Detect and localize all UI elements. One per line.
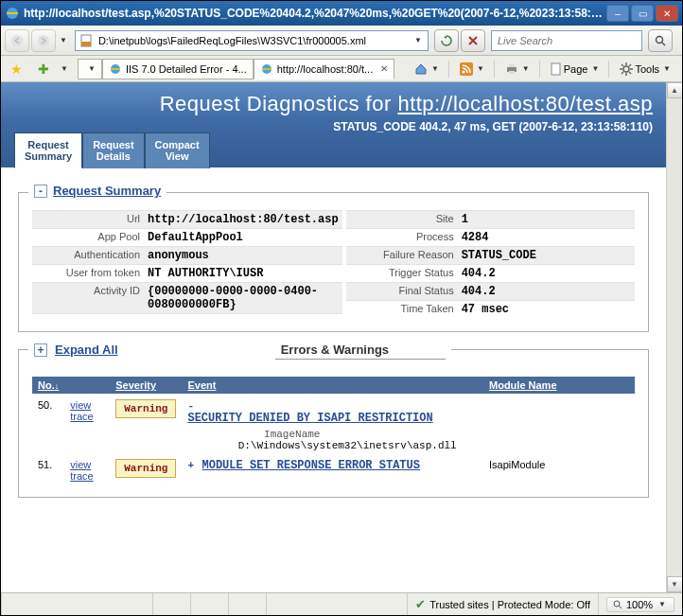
expand-row-button[interactable]: + (187, 460, 199, 471)
page-title: Request Diagnostics for http://localhost… (14, 92, 653, 116)
favorites-star-icon[interactable]: ★ (5, 62, 28, 77)
xml-file-icon (79, 34, 93, 47)
rss-icon (460, 62, 473, 76)
refresh-button[interactable] (434, 29, 459, 52)
vertical-scrollbar[interactable]: ▲ ▼ (666, 82, 682, 592)
module-name: IsapiModule (483, 455, 635, 484)
svg-point-1 (11, 35, 23, 46)
event-link[interactable]: SECURITY_DENIED_BY_ISAPI_RESTRICTION (187, 412, 432, 425)
collapse-summary-button[interactable]: - (34, 185, 47, 198)
page-menu[interactable]: Page▼ (545, 59, 607, 79)
refresh-icon (441, 35, 452, 46)
errors-warnings-panel: + Expand All Errors & Warnings No.↓ Seve… (18, 349, 649, 498)
tab-compact-view[interactable]: CompactView (145, 132, 210, 168)
stop-icon (468, 36, 478, 45)
address-input[interactable] (96, 34, 412, 47)
request-summary-panel: - Request Summary Urlhttp://localhost:80… (18, 192, 649, 332)
col-event[interactable]: Event (182, 377, 483, 396)
summary-process: 4284 (462, 231, 631, 244)
zoom-control[interactable]: 100% ▼ (598, 593, 682, 615)
svg-line-6 (662, 43, 665, 45)
view-trace-link[interactable]: view trace (70, 459, 93, 482)
summary-url: http://localhost:80/test.asp (148, 213, 339, 226)
view-trace-link[interactable]: view trace (70, 399, 93, 422)
svg-line-26 (629, 64, 631, 66)
browser-tabs-bar: ★ ✚ ▼ ▼ IIS 7.0 Detailed Error - 4... ht… (1, 56, 682, 82)
status-left (1, 593, 152, 615)
quick-tabs-button[interactable]: ▼ (78, 59, 102, 79)
col-module[interactable]: Module Name (483, 377, 635, 396)
page-content: Request Diagnostics for http://localhost… (1, 82, 666, 592)
home-button[interactable]: ▼ (409, 59, 447, 79)
collapse-row-button[interactable]: - (187, 400, 199, 412)
stop-button[interactable] (461, 29, 485, 52)
search-box[interactable] (491, 30, 642, 51)
forward-button[interactable] (31, 29, 56, 52)
diagnostics-header: Request Diagnostics for http://localhost… (1, 82, 666, 167)
add-favorite-icon[interactable]: ✚ (32, 62, 55, 77)
arrow-left-icon (10, 34, 24, 47)
browser-tab-label: IIS 7.0 Detailed Error - 4... (126, 63, 247, 75)
favorites-dropdown[interactable]: ▼ (59, 64, 70, 73)
browser-tab-1[interactable]: http://localhost:80/t... ✕ (254, 59, 395, 79)
severity-badge: Warning (115, 399, 176, 418)
module-name (483, 396, 635, 455)
shield-check-icon: ✔ (415, 597, 426, 611)
summary-site: 1 (462, 213, 631, 226)
row-no: 51. (32, 455, 64, 484)
window-minimize-button[interactable]: – (606, 5, 629, 22)
address-bar[interactable]: ▼ (75, 30, 429, 51)
page-menu-label: Page (564, 63, 588, 75)
event-detail: ImageName D:\Windows\system32\inetsrv\as… (225, 429, 478, 451)
tab-close-icon[interactable]: ✕ (380, 63, 388, 74)
browser-tab-label: http://localhost:80/t... (277, 63, 374, 75)
request-url-link[interactable]: http://localhost:80/test.asp (397, 92, 653, 115)
tools-menu[interactable]: Tools▼ (614, 59, 678, 79)
browser-tab-0[interactable]: IIS 7.0 Detailed Error - 4... (102, 59, 254, 79)
window-maximize-button[interactable]: ▭ (631, 5, 654, 22)
security-zone[interactable]: ✔ Trusted sites | Protected Mode: Off (407, 593, 598, 615)
search-icon (655, 35, 666, 46)
page-title-prefix: Request Diagnostics for (160, 92, 398, 115)
nav-history-dropdown[interactable]: ▼ (58, 36, 69, 44)
summary-activity-id: {00000000-0000-0000-0400-0080000000FB} (148, 285, 339, 311)
svg-point-2 (38, 35, 49, 46)
address-dropdown[interactable]: ▼ (412, 36, 424, 44)
table-row: 51. view trace Warning + MODULE_SET_RESP… (32, 455, 635, 484)
tab-request-details[interactable]: RequestDetails (82, 132, 144, 168)
expand-all-button[interactable]: + (34, 343, 47, 357)
summary-trigger-status: 404.2 (462, 267, 631, 280)
page-icon (551, 62, 562, 76)
window-close-button[interactable]: ✕ (656, 5, 678, 22)
scroll-down-button[interactable]: ▼ (667, 576, 683, 592)
gear-icon (620, 62, 633, 76)
request-summary-legend[interactable]: Request Summary (53, 184, 161, 198)
summary-failure-reason: STATUS_CODE (462, 249, 631, 262)
summary-user: NT AUTHORITY\IUSR (148, 267, 339, 280)
svg-rect-4 (81, 42, 91, 46)
col-no[interactable]: No.↓ (32, 377, 64, 396)
arrow-right-icon (37, 34, 50, 47)
back-button[interactable] (5, 29, 29, 52)
tab-request-summary[interactable]: RequestSummary (14, 132, 82, 168)
print-button[interactable]: ▼ (499, 59, 537, 79)
errors-warnings-table: No.↓ Severity Event Module Name 50. view… (32, 377, 635, 484)
scroll-up-button[interactable]: ▲ (667, 82, 683, 98)
row-no: 50. (32, 396, 64, 455)
col-severity[interactable]: Severity (110, 377, 182, 396)
svg-line-25 (629, 72, 631, 74)
expand-all-link[interactable]: Expand All (55, 343, 118, 357)
summary-auth: anonymous (148, 249, 339, 262)
ie-page-icon (260, 62, 273, 76)
search-input[interactable] (496, 34, 638, 47)
print-icon (505, 62, 518, 76)
svg-rect-18 (552, 63, 560, 75)
table-row: 50. view trace Warning - SECURITY_DENIED… (32, 396, 635, 455)
search-button[interactable] (648, 29, 673, 52)
event-link[interactable]: MODULE_SET_RESPONSE_ERROR_STATUS (202, 459, 420, 472)
svg-point-19 (623, 66, 629, 72)
window-titlebar: http://localhost/test.asp,%20STATUS_CODE… (1, 1, 682, 26)
page-subtitle: STATUS_CODE 404.2, 47 ms, GET (2007-6-12… (14, 120, 653, 133)
feeds-button[interactable]: ▼ (454, 59, 492, 79)
browser-nav-bar: ▼ ▼ (1, 26, 682, 56)
